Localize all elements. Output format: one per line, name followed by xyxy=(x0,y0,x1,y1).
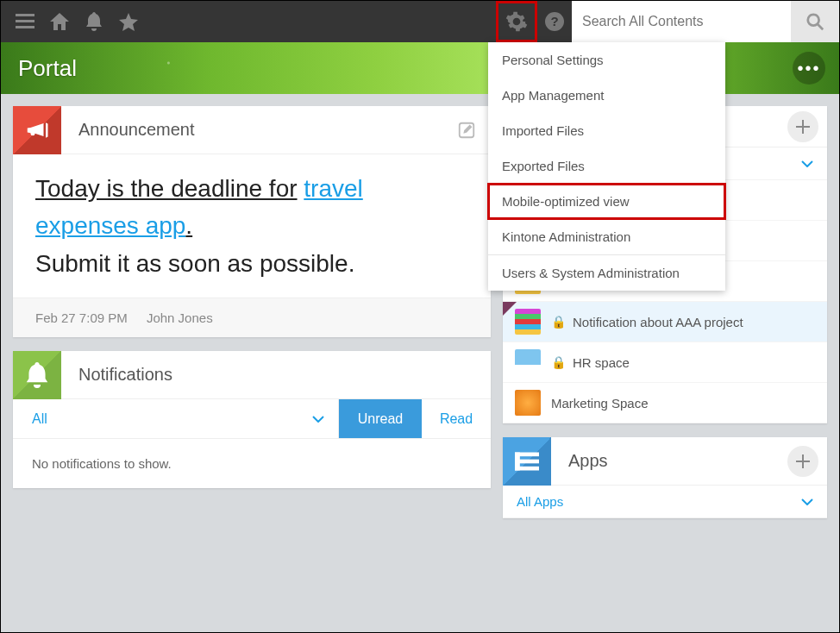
menu-mobile-view[interactable]: Mobile-optimized view xyxy=(488,184,725,219)
menu-users-system-admin[interactable]: Users & System Administration xyxy=(488,254,725,291)
announcement-suffix: . xyxy=(185,212,192,239)
settings-dropdown: Personal Settings App Management Importe… xyxy=(488,42,725,291)
svg-rect-2 xyxy=(16,26,34,28)
announcement-body: Today is the deadline for travel expense… xyxy=(13,154,491,298)
svg-point-5 xyxy=(808,15,819,26)
tab-read[interactable]: Read xyxy=(422,399,491,438)
space-label: Notification about AAA project xyxy=(573,315,743,329)
svg-rect-11 xyxy=(515,452,520,470)
corner-marker xyxy=(503,302,517,316)
all-apps-toggle[interactable]: All Apps xyxy=(503,486,827,518)
menu-personal-settings[interactable]: Personal Settings xyxy=(488,42,725,78)
notifications-header: Notifications xyxy=(13,351,491,399)
space-item[interactable]: Marketing Space xyxy=(503,383,827,423)
add-app-button[interactable] xyxy=(787,446,818,477)
topbar-left xyxy=(1,1,146,42)
announcement-footer: Feb 27 7:09 PM John Jones xyxy=(13,298,491,337)
settings-button[interactable] xyxy=(496,1,537,42)
menu-kintone-admin[interactable]: Kintone Administration xyxy=(488,219,725,254)
chevron-down-icon xyxy=(801,160,813,167)
svg-text:?: ? xyxy=(550,14,558,28)
menu-app-management[interactable]: App Management xyxy=(488,78,725,113)
announcement-author: John Jones xyxy=(147,310,213,325)
space-label: HR space xyxy=(573,355,630,370)
topbar: ? xyxy=(1,1,839,42)
apps-header: Apps xyxy=(503,437,827,486)
space-item[interactable]: 🔒HR space xyxy=(503,342,827,383)
bell-icon[interactable] xyxy=(77,1,111,42)
help-icon[interactable]: ? xyxy=(537,1,572,42)
search-button[interactable] xyxy=(791,1,839,42)
left-column: Announcement Today is the deadline for t… xyxy=(13,106,491,632)
tab-all[interactable]: All xyxy=(13,399,339,438)
announcement-title: Announcement xyxy=(61,120,448,140)
lock-icon: 🔒 xyxy=(551,355,566,369)
announcement-panel: Announcement Today is the deadline for t… xyxy=(13,106,491,337)
search-input[interactable] xyxy=(572,1,791,42)
chevron-down-icon xyxy=(801,498,813,505)
megaphone-icon xyxy=(13,106,61,154)
apps-panel: Apps All Apps xyxy=(503,437,827,518)
svg-line-6 xyxy=(818,24,823,29)
announcement-text-2: Submit it as soon as possible. xyxy=(35,250,354,277)
svg-rect-0 xyxy=(16,14,34,16)
space-item[interactable]: 🔒Notification about AAA project xyxy=(503,302,827,342)
notifications-empty: No notifications to show. xyxy=(13,439,491,488)
space-thumbnail xyxy=(515,309,541,335)
banner-more-button[interactable]: ••• xyxy=(793,52,825,85)
notifications-panel: Notifications All Unread Read No notific… xyxy=(13,351,491,488)
announcement-timestamp: Feb 27 7:09 PM xyxy=(35,310,128,325)
menu-icon[interactable] xyxy=(8,1,42,42)
apps-icon xyxy=(503,437,551,486)
bell-panel-icon xyxy=(13,351,61,399)
menu-imported-files[interactable]: Imported Files xyxy=(488,113,725,148)
announcement-text-1: Today is the deadline for xyxy=(35,175,298,202)
topbar-right: ? xyxy=(496,1,839,42)
notification-tabs: All Unread Read xyxy=(13,399,491,439)
space-label: Marketing Space xyxy=(551,396,649,411)
space-thumbnail xyxy=(515,390,541,416)
menu-exported-files[interactable]: Exported Files xyxy=(488,148,725,184)
page-title: Portal xyxy=(18,55,77,82)
svg-rect-1 xyxy=(16,20,34,22)
space-thumbnail xyxy=(515,349,541,375)
tab-unread[interactable]: Unread xyxy=(339,399,422,438)
chevron-down-icon xyxy=(312,416,324,423)
apps-title: Apps xyxy=(551,451,787,471)
announcement-header: Announcement xyxy=(13,106,491,154)
edit-announcement-button[interactable] xyxy=(448,111,486,149)
notifications-title: Notifications xyxy=(61,365,491,385)
star-icon[interactable] xyxy=(111,1,146,42)
add-space-button[interactable] xyxy=(787,111,818,142)
search-box xyxy=(572,1,839,42)
lock-icon: 🔒 xyxy=(551,315,566,329)
home-icon[interactable] xyxy=(42,1,77,42)
